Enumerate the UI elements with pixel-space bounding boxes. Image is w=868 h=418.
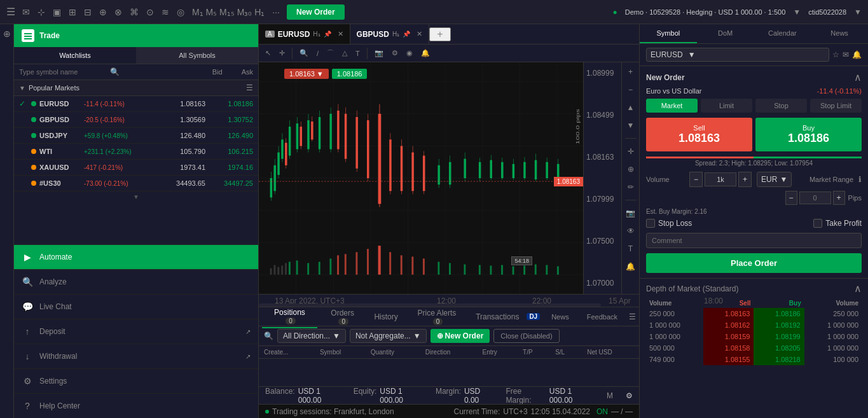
pips-increase[interactable]: +	[833, 191, 845, 205]
new-order-bottom-button[interactable]: ⊕ New Order	[431, 329, 490, 343]
volume-input[interactable]	[705, 172, 736, 186]
symbol-row-gbpusd[interactable]: ✓ GBPUSD -20.5 (-0.16%) 1.30569 1.30752	[14, 112, 258, 128]
nav-deposit[interactable]: ↑ Deposit ↗	[14, 319, 258, 344]
right-tab-symbol[interactable]: Symbol	[640, 24, 697, 43]
window-icon[interactable]: ▣	[51, 7, 63, 17]
side-tool-t[interactable]: T	[626, 242, 635, 255]
camera-tool[interactable]: 📷	[371, 48, 387, 59]
tab-history[interactable]: History	[368, 310, 404, 324]
close-disabled-button[interactable]: Close (Disabled)	[493, 329, 559, 343]
dom-row-5[interactable]: 749 000 1.08155 1.08218 100 000	[646, 354, 862, 365]
popular-markets-header[interactable]: ▼ Popular Markets ☰	[14, 80, 258, 96]
buy-button[interactable]: Buy 1.08186	[755, 118, 862, 151]
aggregate-filter[interactable]: Not Aggregate... ▼	[350, 329, 427, 343]
volume-decrease[interactable]: −	[689, 172, 703, 187]
settings-tool[interactable]: ⚙	[389, 48, 401, 59]
grid-icon[interactable]: ⊟	[82, 7, 93, 17]
right-tab-news[interactable]: News	[811, 24, 868, 43]
globe-icon[interactable]: ⊙	[144, 7, 156, 17]
nav-analyze[interactable]: 🔍 Analyze	[14, 269, 258, 294]
dom-collapse[interactable]: ∧	[854, 282, 862, 295]
chart-canvas[interactable]: 1.08163 ▼ 1.08186	[259, 62, 583, 294]
cursor-tool[interactable]: ↖	[262, 48, 274, 59]
tab-transactions[interactable]: Transactions	[469, 310, 525, 324]
order-type-stop-limit[interactable]: Stop Limit	[810, 99, 862, 113]
nav-automate[interactable]: ▶ Automate	[14, 244, 258, 269]
side-tool-zoom-in[interactable]: +	[626, 66, 635, 78]
tab-price-alerts[interactable]: Price Alerts 0	[406, 306, 468, 328]
hamburger-icon[interactable]: ☰	[6, 6, 15, 18]
dom-row-4[interactable]: 500 000 1.08158 1.08205 1 000 000	[646, 342, 862, 354]
stop-loss-checkbox[interactable]	[646, 219, 655, 228]
side-tool-scroll-up[interactable]: ▲	[625, 101, 637, 114]
indicator-tool[interactable]: ◉	[403, 48, 416, 59]
bell-tool[interactable]: 🔔	[418, 48, 433, 59]
volume-increase[interactable]: +	[738, 172, 752, 187]
side-tool-crosshair[interactable]: ✛	[626, 145, 636, 158]
search-icon[interactable]: 🔍	[110, 67, 120, 76]
market-range-info[interactable]: ℹ	[858, 175, 862, 184]
new-order-topbar-button[interactable]: New Order	[287, 4, 345, 20]
more-icon[interactable]: ···	[270, 7, 282, 17]
tab-news[interactable]: News	[545, 310, 575, 323]
status-controls[interactable]: — / —	[611, 407, 633, 416]
chart-scrollbar[interactable]	[259, 303, 601, 307]
order-type-stop[interactable]: Stop	[755, 99, 807, 113]
line-tool[interactable]: /	[313, 48, 322, 59]
pips-decrease[interactable]: −	[785, 191, 797, 205]
nav-settings[interactable]: ⚙ Settings	[14, 368, 258, 393]
bell-icon-right[interactable]: 🔔	[852, 50, 862, 59]
chart-tab-eurusd[interactable]: A EURUSD H₁ 📌 ✕	[259, 24, 350, 44]
layout-icon[interactable]: ⊞	[67, 7, 78, 17]
star-icon[interactable]: ☆	[832, 50, 839, 59]
tab-orders[interactable]: Orders 0	[319, 306, 367, 328]
text-tool[interactable]: T	[352, 48, 363, 59]
dropdown-arrow[interactable]: ▼	[793, 8, 801, 17]
order-type-limit[interactable]: Limit	[701, 99, 752, 113]
symbol-selector[interactable]: EURUSD ▼	[646, 48, 829, 62]
add-chart-tab-button[interactable]: +	[429, 27, 450, 41]
collapse-new-order[interactable]: ∧	[854, 71, 862, 83]
balance-settings-icon[interactable]: ⚙	[626, 391, 633, 400]
signal-icon[interactable]: ≋	[160, 7, 171, 17]
side-tool-eye[interactable]: 👁	[625, 225, 637, 237]
side-tool-bell[interactable]: 🔔	[624, 260, 637, 273]
zoom-tool[interactable]: 🔍	[296, 48, 312, 59]
pips-input[interactable]	[799, 192, 831, 204]
list-view-icon[interactable]: ☰	[246, 83, 253, 92]
dom-row-1[interactable]: 250 000 1.08163 1.08186 250 000	[646, 308, 862, 319]
chart-icon[interactable]: ⌘	[128, 7, 141, 17]
nav-withdrawal[interactable]: ↓ Withdrawal ↗	[14, 344, 258, 368]
order-type-market[interactable]: Market	[646, 99, 698, 113]
side-tool-pencil[interactable]: ✏	[626, 181, 636, 193]
all-symbols-tab[interactable]: All Symbols	[136, 47, 258, 64]
side-tool-scroll-down[interactable]: ▼	[625, 119, 637, 132]
volume-unit-selector[interactable]: EUR ▼	[757, 172, 792, 187]
sidebar-icon-trade[interactable]: ⊕	[1, 27, 13, 40]
stop-loss-checkbox-label[interactable]: Stop Loss	[646, 219, 692, 228]
symbol-row-wti[interactable]: ✓ WTI +231.1 (+2.23%) 105.790 106.215	[14, 144, 258, 160]
dom-row-3[interactable]: 1 000 000 1.08159 1.08199 1 000 000	[646, 331, 862, 342]
side-tool-magnet[interactable]: ⊕	[626, 163, 636, 176]
direction-filter[interactable]: All Direction... ▼	[277, 329, 346, 343]
side-tool-zoom-out[interactable]: −	[626, 83, 635, 96]
pattern-tool[interactable]: △	[339, 48, 350, 59]
symbol-row-eurusd[interactable]: ✓ EURUSD -11.4 (-0.11%) 1.08163 1.08186	[14, 96, 258, 112]
tab-gbpusd-close[interactable]: ✕	[417, 30, 422, 38]
right-tab-dom[interactable]: DoM	[697, 24, 754, 43]
right-tab-calendar[interactable]: Calendar	[754, 24, 811, 43]
symbol-row-xauusd[interactable]: ✓ XAUUSD -417 (-0.21%) 1973.41 1974.16	[14, 160, 258, 176]
nav-live-chat[interactable]: 💬 Live Chat	[14, 294, 258, 319]
tab-feedback[interactable]: Feedback	[581, 310, 624, 323]
tab-eurusd-close[interactable]: ✕	[338, 30, 343, 38]
comment-input[interactable]	[646, 233, 862, 248]
tab-positions[interactable]: Positions 0	[262, 305, 317, 328]
tab-pin-icon[interactable]: 📌	[324, 31, 331, 38]
link-icon[interactable]: ⊕	[97, 7, 109, 17]
watchlists-tab[interactable]: Watchlists	[14, 47, 136, 64]
search-icon-positions[interactable]: 🔍	[264, 331, 273, 340]
take-profit-checkbox-label[interactable]: Take Profit	[813, 219, 862, 228]
take-profit-checkbox[interactable]	[813, 219, 822, 228]
crosshair-tool[interactable]: ✛	[276, 48, 288, 59]
side-tool-camera[interactable]: 📷	[624, 207, 637, 219]
